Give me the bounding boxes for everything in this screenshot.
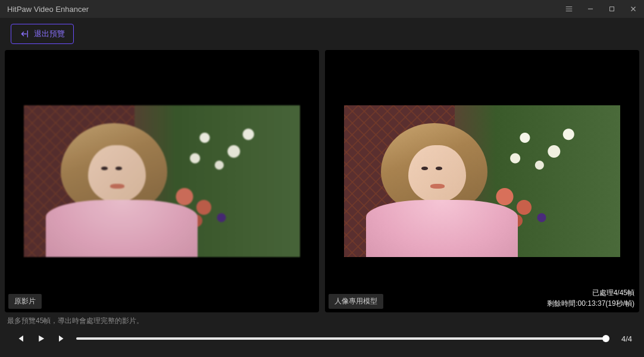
exit-preview-label: 退出預覽 bbox=[34, 29, 65, 39]
processed-frames-status: 已處理4/45幀 bbox=[547, 287, 634, 298]
enhanced-pane: 人像專用模型 已處理4/45幀 剩餘時間:00:13:37(19秒/幀) bbox=[325, 50, 639, 312]
original-pane: 原影片 bbox=[5, 50, 319, 312]
preview-row: 原影片 人像專用模型 已處理4/45幀 剩餘時間:00:13:37(19秒/幀) bbox=[5, 50, 639, 312]
enhanced-pane-label: 人像專用模型 bbox=[329, 294, 383, 309]
enhanced-video-frame bbox=[344, 105, 621, 258]
exit-preview-button[interactable]: 退出預覽 bbox=[11, 24, 74, 44]
frame-counter: 4/4 bbox=[612, 334, 632, 343]
progress-thumb[interactable] bbox=[602, 335, 609, 342]
app-title: HitPaw Video Enhancer bbox=[7, 5, 89, 14]
progress-bar[interactable] bbox=[76, 337, 606, 340]
exit-icon bbox=[20, 29, 29, 39]
toolbar: 退出預覽 bbox=[5, 24, 639, 50]
original-pane-label: 原影片 bbox=[8, 294, 42, 309]
svg-rect-0 bbox=[610, 7, 614, 11]
prev-frame-button[interactable] bbox=[12, 331, 27, 346]
progress-fill bbox=[76, 337, 606, 340]
minimize-button[interactable] bbox=[580, 0, 601, 18]
maximize-button[interactable] bbox=[601, 0, 623, 18]
transport-bar: 4/4 bbox=[5, 327, 639, 352]
window-controls bbox=[558, 0, 644, 18]
processing-status: 已處理4/45幀 剩餘時間:00:13:37(19秒/幀) bbox=[547, 287, 634, 309]
next-frame-button[interactable] bbox=[55, 331, 70, 346]
titlebar: HitPaw Video Enhancer bbox=[0, 0, 644, 18]
menu-icon[interactable] bbox=[558, 0, 580, 18]
remaining-time-status: 剩餘時間:00:13:37(19秒/幀) bbox=[547, 298, 634, 309]
preview-note: 最多預覽45幀，導出時會處理完整的影片。 bbox=[5, 312, 639, 327]
close-button[interactable] bbox=[623, 0, 644, 18]
body-area: 退出預覽 原影片 bbox=[0, 18, 644, 357]
play-button[interactable] bbox=[33, 331, 49, 346]
original-video-frame bbox=[24, 105, 301, 258]
